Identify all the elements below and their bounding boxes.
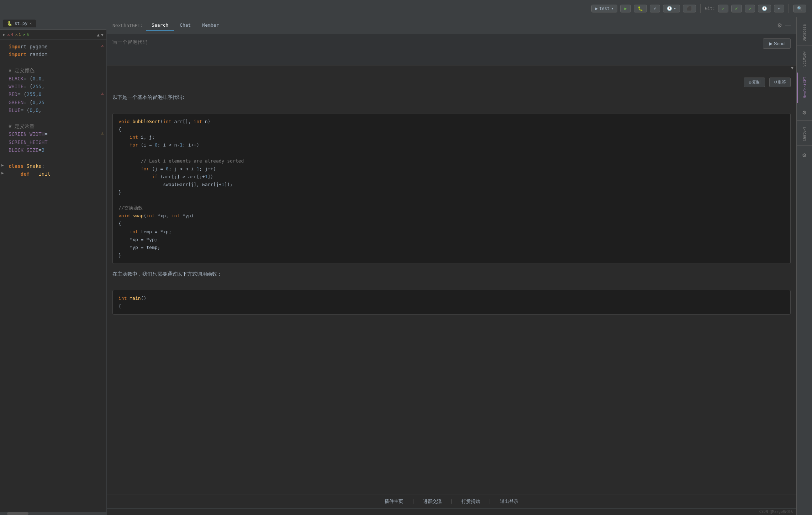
settings-btn[interactable]: ⚙ (777, 22, 782, 29)
python-icon: 🐍 (7, 21, 12, 26)
bug-icon: 🐛 (638, 6, 643, 11)
ok-icon: ✔ (23, 32, 26, 37)
chat-header-actions: ⚙ — (777, 22, 791, 29)
git-tick-icon: ✔ (735, 6, 738, 11)
stop-btn[interactable]: ⬛ (683, 5, 696, 12)
footer-link-donate[interactable]: 打赏捐赠 (462, 498, 480, 505)
bottom-label: CSDN @Margo很强大 (759, 510, 793, 514)
send-button[interactable]: ▶ Send (763, 38, 791, 49)
bottom-label-bar: CSDN @Margo很强大 (107, 508, 796, 515)
run-config-label: test (599, 6, 610, 11)
code-line-black: BLACK = (0, 0, (0, 75, 106, 83)
code-block-bubblesort: void bubbleSort(int arr[], int n) { int … (112, 113, 791, 264)
chat-header: NexChatGPT: Search Chat Member ⚙ — (107, 17, 796, 34)
footer-link-group[interactable]: 进群交流 (423, 498, 442, 505)
git-history-btn[interactable]: 🕐 (758, 5, 771, 12)
code-line-class: ▶ class Snake: (0, 162, 106, 170)
retry-btn[interactable]: ↺重答 (769, 78, 791, 87)
toolbar: ▶ test ▾ ▶ 🐛 ⚡ 🕐 ▾ ⬛ Git: ✓ ✔ ↗ 🕐 ↩ 🔍 (0, 0, 812, 17)
code-line-2: import random (0, 51, 106, 58)
profiler-btn[interactable]: 🕐 ▾ (663, 5, 680, 12)
sidebar-item-chatgpt[interactable]: ChatGPT (802, 123, 806, 144)
tab-member[interactable]: Member (196, 20, 225, 31)
code-line-blue: BLUE = (0, 0, (0, 106, 106, 114)
code-line-1: import pygame ⚠ (0, 43, 106, 51)
settings-icon[interactable]: ⚙ (798, 106, 811, 119)
import-kw: impo (9, 43, 21, 51)
error-badge: ⚠ 4 (7, 32, 13, 37)
code-line-init: ▶ def __init (0, 170, 106, 178)
warn-marker: ⚠ (101, 130, 104, 137)
search-toolbar-btn[interactable]: 🔍 (793, 5, 806, 12)
tab-search-label: Search (152, 22, 168, 28)
close-tab-icon[interactable]: ✕ (30, 21, 32, 25)
main-area: 🐍 st.py ✕ ▶ ⚠ 4 △ 1 ✔ 5 ▲ ▼ (0, 17, 812, 515)
scrollbar-thumb[interactable] (7, 512, 28, 515)
horizontal-scrollbar[interactable] (0, 512, 106, 515)
minimize-btn[interactable]: — (785, 22, 791, 29)
message-actions: ⊙复制 ↺重答 (112, 78, 791, 87)
nexchatgpt-label: NexChatGPT: (112, 23, 143, 28)
git-history-icon: 🕐 (762, 6, 767, 11)
footer-sep-2: | (450, 499, 453, 504)
git-push-icon: ↗ (749, 6, 751, 11)
scroll-down-icon: ▼ (791, 65, 793, 70)
coverage-icon: ⚡ (654, 6, 656, 11)
footer-link-logout[interactable]: 退出登录 (500, 498, 518, 505)
coverage-btn[interactable]: ⚡ (650, 5, 660, 12)
code-block-main: int main() { (112, 290, 791, 315)
git-tick-btn[interactable]: ✔ (731, 5, 742, 12)
tab-chat[interactable]: Chat (174, 20, 196, 31)
up-arrow[interactable]: ▲ (97, 32, 100, 37)
sidebar-item-sciview[interactable]: SciView (802, 49, 806, 69)
run-config-btn[interactable]: ▶ test ▾ (591, 5, 617, 12)
sidebar-section-settings2: ⚙ (797, 147, 812, 163)
sidebar-section-database: Database (797, 20, 812, 46)
git-check-btn[interactable]: ✓ (718, 5, 728, 12)
settings2-icon[interactable]: ⚙ (798, 149, 811, 161)
sidebar-section-settings: ⚙ (797, 105, 812, 121)
run-btn[interactable]: ▶ (620, 5, 631, 12)
toolbar-separator (700, 4, 701, 13)
sidebar-section-sciview: SciView (797, 47, 812, 71)
down-arrow[interactable]: ▼ (101, 32, 104, 37)
code-line-height: SCREEN_HEIGHT (0, 138, 106, 146)
chat-messages[interactable]: ⊙复制 ↺重答 以下是一个基本的冒泡排序代码: void bubbleSort(… (107, 72, 796, 494)
error-icon: ⚠ (7, 32, 10, 37)
warning-icon: △ (15, 32, 18, 37)
chat-input[interactable] (112, 38, 759, 61)
send-label: ▶ Send (769, 41, 785, 46)
tab-member-label: Member (202, 22, 219, 28)
chat-footer: 插件主页 | 进群交流 | 打赏捐赠 | 退出登录 (107, 494, 796, 508)
tab-chat-label: Chat (180, 22, 191, 28)
code-line-red: RED = (255, 0 ⚠ (0, 90, 106, 98)
fold-triangle: ▶ (3, 32, 5, 37)
warning-bar: ▶ ⚠ 4 △ 1 ✔ 5 ▲ ▼ (0, 30, 106, 40)
error-marker2: ⚠ (101, 90, 104, 97)
git-undo-icon: ↩ (778, 6, 780, 11)
git-undo-btn[interactable]: ↩ (774, 5, 784, 12)
code-line-white: WHITE = (255, (0, 83, 106, 90)
code-line-comment1: # 定义颜色 (0, 67, 106, 74)
tab-search[interactable]: Search (146, 20, 174, 31)
code-line-block: BLOCK_SIZE = 2 (0, 146, 106, 154)
copy-label: ⊙复制 (748, 79, 760, 85)
profiler-icon: 🕐 (667, 6, 672, 11)
git-push-btn[interactable]: ↗ (745, 5, 755, 12)
run-config-icon: ▶ (595, 6, 598, 11)
copy-btn[interactable]: ⊙复制 (744, 78, 765, 87)
error-marker: ⚠ (101, 43, 104, 49)
git-label: Git: (705, 6, 715, 11)
warning-count: 1 (19, 32, 21, 37)
footer-link-home[interactable]: 插件主页 (385, 498, 403, 505)
debug-btn[interactable]: 🐛 (634, 5, 647, 12)
code-line-width: SCREEN_WIDTH = ⚠ (0, 130, 106, 138)
code-line-blank1 (0, 59, 106, 67)
tab-filename: st.py (15, 21, 27, 26)
sidebar-item-nexchatgpt[interactable]: NexChatGPT (803, 74, 807, 101)
sidebar-item-database[interactable]: Database (802, 21, 806, 44)
response-intro: 以下是一个基本的冒泡排序代码: (112, 93, 791, 105)
response-outro-text: 在主函数中，我们只需要通过以下方式调用函数： (112, 270, 791, 278)
code-tab-st[interactable]: 🐍 st.py ✕ (3, 20, 36, 27)
toolbar-separator2 (789, 4, 789, 13)
